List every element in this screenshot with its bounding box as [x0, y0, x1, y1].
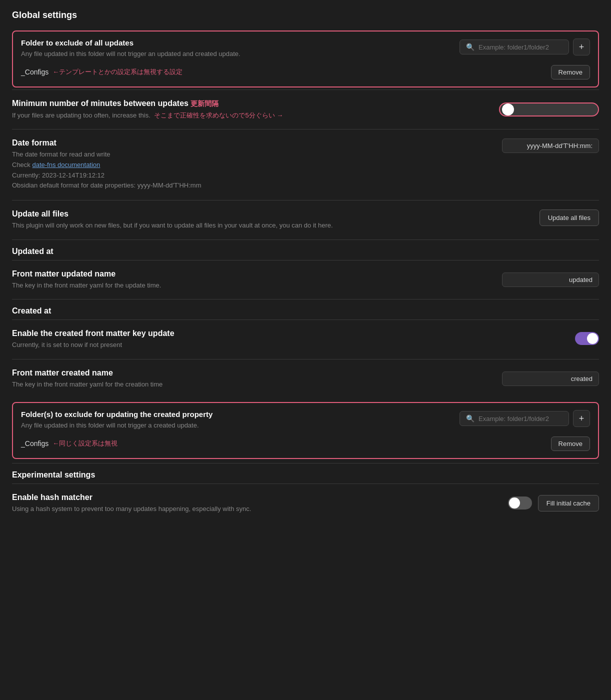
updated-at-group-label: Updated at [12, 240, 599, 260]
front-matter-updated-desc: The key in the front matter yaml for the… [12, 280, 494, 290]
exclude-created-header: Folder(s) to exclude for updating the cr… [21, 410, 452, 418]
excluded-created-folder-name: _Configs [21, 440, 48, 448]
update-all-button[interactable]: Update all files [540, 210, 599, 226]
search-icon: 🔍 [466, 43, 474, 51]
date-format-section: Date format The date format for read and… [12, 129, 599, 200]
exclude-folder-input[interactable] [478, 44, 562, 51]
front-matter-created-header: Front matter created name [12, 368, 494, 378]
exclude-folder-entry-row: _Configs ←テンプレートとかの設定系は無視する設定 Remove [21, 65, 590, 80]
date-format-header: Date format [12, 138, 494, 148]
created-at-group-label: Created at [12, 299, 599, 320]
exclude-created-entry-row: _Configs ←同じく設定系は無視 Remove [21, 436, 590, 451]
excluded-folder-name: _Configs [21, 68, 48, 76]
date-format-input[interactable] [502, 138, 599, 153]
min-minutes-header: Minimum number of minutes between update… [12, 99, 491, 108]
update-all-header: Update all files [12, 210, 532, 218]
exclude-folder-remove-button[interactable]: Remove [551, 65, 590, 80]
min-minutes-slider[interactable] [499, 102, 599, 116]
front-matter-updated-input[interactable] [502, 272, 599, 287]
update-all-desc: This plugin will only work on new files,… [12, 220, 532, 230]
search-icon-2: 🔍 [466, 414, 474, 422]
exclude-folder-desc: Any file updated in this folder will not… [21, 49, 452, 59]
update-all-section: Update all files This plugin will only w… [12, 200, 599, 240]
enable-created-toggle-knob [587, 333, 598, 344]
exclude-created-input[interactable] [478, 415, 562, 422]
exclude-created-remove-button[interactable]: Remove [551, 436, 590, 451]
enable-hash-section: Enable hash matcher Using a hash system … [12, 484, 599, 523]
date-format-desc1: The date format for read and write [12, 150, 494, 160]
page-title: Global settings [12, 10, 599, 20]
exclude-folder-annotation: ←テンプレートとかの設定系は無視する設定 [52, 68, 182, 76]
date-format-default: Obsidian default format for date propert… [12, 180, 494, 191]
enable-created-desc: Currently, it is set to now if not prese… [12, 340, 567, 350]
front-matter-created-section: Front matter created name The key in the… [12, 359, 599, 398]
enable-hash-toggle[interactable] [508, 496, 532, 510]
front-matter-created-desc: The key in the front matter yaml for the… [12, 380, 494, 390]
enable-created-header: Enable the created front matter key upda… [12, 329, 567, 338]
front-matter-created-input[interactable] [502, 372, 599, 386]
enable-hash-desc: Using a hash system to prevent too many … [12, 504, 500, 514]
enable-created-section: Enable the created front matter key upda… [12, 320, 599, 359]
exclude-folder-header: Folder to exclude of all updates [21, 38, 452, 47]
exclude-created-annotation: ←同じく設定系は無視 [52, 439, 118, 448]
exclude-created-folder-section: Folder(s) to exclude for updating the cr… [12, 402, 599, 459]
exclude-created-add-button[interactable]: + [573, 410, 590, 427]
min-minutes-section: Minimum number of minutes between update… [12, 90, 599, 130]
exclude-folder-add-button[interactable]: + [573, 38, 590, 56]
fill-cache-button[interactable]: Fill initial cache [538, 495, 599, 512]
front-matter-updated-section: Front matter updated name The key in the… [12, 260, 599, 300]
exclude-folder-section: Folder to exclude of all updates Any fil… [12, 30, 599, 88]
date-format-current: Currently: 2023-12-14T19:12:12 [12, 170, 494, 181]
enable-created-toggle[interactable] [575, 332, 599, 345]
exclude-created-search-box[interactable]: 🔍 [460, 411, 569, 426]
exclude-created-desc: Any file updated in this folder will not… [21, 420, 452, 430]
front-matter-updated-header: Front matter updated name [12, 270, 494, 278]
exclude-folder-search-box[interactable]: 🔍 [460, 40, 569, 54]
enable-hash-header: Enable hash matcher [12, 493, 500, 502]
min-minutes-knob [502, 104, 514, 116]
enable-hash-toggle-knob [509, 498, 520, 508]
date-fns-link[interactable]: date-fns documentation [32, 161, 100, 168]
experimental-group-label: Experimental settings [12, 463, 599, 484]
